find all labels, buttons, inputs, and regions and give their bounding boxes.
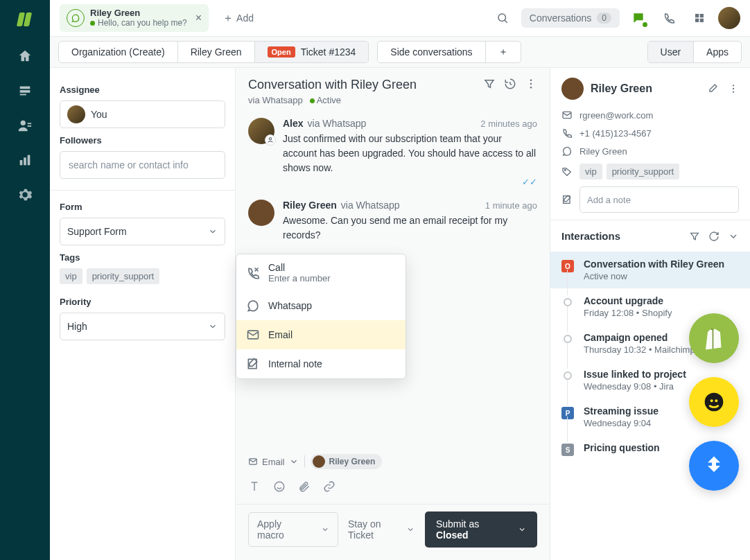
message-time: 2 minutes ago <box>480 119 537 129</box>
chevron-down-icon <box>406 525 415 534</box>
conversation-panel: Conversation with Riley Green via Whatsa… <box>236 68 550 560</box>
svg-point-15 <box>530 83 532 85</box>
chevron-down-icon[interactable] <box>728 231 739 242</box>
svg-point-24 <box>733 91 734 93</box>
shopify-fab[interactable] <box>689 313 739 363</box>
attachment-icon[interactable] <box>298 480 311 493</box>
brand-logo <box>17 12 33 29</box>
tag-item[interactable]: vip <box>579 164 602 180</box>
add-tab-button[interactable]: ＋Add <box>216 7 261 30</box>
agent-badge-icon <box>265 134 276 146</box>
status-dot <box>90 21 95 26</box>
whatsapp-icon <box>67 9 85 27</box>
link-icon[interactable] <box>323 480 335 493</box>
contact-email-row[interactable]: rgreen@work.com <box>561 110 739 121</box>
tab-ticket[interactable]: Open Ticket #1234 <box>255 42 369 62</box>
followers-input[interactable] <box>67 159 218 171</box>
svg-point-14 <box>530 79 532 81</box>
filter-icon[interactable] <box>689 231 700 242</box>
nav-rail <box>0 0 50 560</box>
svg-point-23 <box>733 88 734 89</box>
svg-rect-2 <box>20 94 26 96</box>
tag-item[interactable]: priority_support <box>87 268 160 284</box>
add-side-conv[interactable]: ＋ <box>486 42 521 62</box>
conversation-status: Active <box>317 95 341 105</box>
svg-point-29 <box>710 399 713 402</box>
mailchimp-fab[interactable] <box>689 377 739 427</box>
chevron-down-icon <box>208 227 218 236</box>
svg-rect-8 <box>28 155 30 166</box>
tags-label: Tags <box>60 252 225 263</box>
message-via: via Whatsapp <box>308 118 367 129</box>
message-time: 1 minute ago <box>485 200 537 211</box>
svg-rect-6 <box>20 160 23 165</box>
close-icon[interactable]: × <box>195 12 202 24</box>
add-label: Add <box>236 12 254 24</box>
followers-label: Followers <box>60 135 225 146</box>
form-select[interactable]: Support Form <box>60 218 225 245</box>
tab-side-conversations[interactable]: Side conversations <box>378 42 485 62</box>
channel-internal-note[interactable]: Internal note <box>236 349 405 378</box>
status-pending-icon: P <box>561 407 574 419</box>
priority-select[interactable]: High <box>60 313 225 340</box>
assignee-field[interactable]: You <box>60 100 225 128</box>
settings-icon[interactable] <box>17 187 33 202</box>
phone-icon[interactable] <box>657 6 681 30</box>
svg-rect-5 <box>28 125 31 127</box>
compose-toolbar <box>236 469 550 504</box>
channel-call[interactable]: CallEnter a number <box>236 254 405 291</box>
chevron-down-icon <box>289 457 299 466</box>
followers-field[interactable] <box>60 151 225 179</box>
chat-icon[interactable] <box>627 6 650 30</box>
apps-grid-icon[interactable] <box>688 6 711 30</box>
channel-email[interactable]: Email <box>236 320 405 349</box>
interaction-item[interactable]: O Conversation with Riley GreenActive no… <box>550 252 750 288</box>
ticket-properties: Assignee You Followers Form Support Form… <box>50 68 236 560</box>
user-avatar[interactable] <box>718 7 740 29</box>
ticket-tabs: Organization (Create) Riley Green Open T… <box>50 37 750 67</box>
panel-tab-apps[interactable]: Apps <box>694 42 741 62</box>
svg-rect-7 <box>24 157 26 165</box>
message-text: Just confirmed with our subscription tea… <box>283 132 537 175</box>
add-note-input[interactable]: Add a note <box>579 186 739 213</box>
views-icon[interactable] <box>17 83 33 98</box>
text-format-icon[interactable] <box>248 480 261 493</box>
emoji-icon[interactable] <box>273 480 286 493</box>
more-icon[interactable] <box>728 83 739 94</box>
filter-icon[interactable] <box>483 78 496 90</box>
svg-point-9 <box>498 14 506 21</box>
home-icon[interactable] <box>17 49 33 64</box>
reports-icon[interactable] <box>17 152 33 168</box>
channel-whatsapp[interactable]: Whatsapp <box>236 291 405 320</box>
panel-tab-user[interactable]: User <box>648 42 695 62</box>
phone-icon <box>561 128 573 139</box>
channel-selector[interactable]: Email <box>248 457 299 467</box>
search-icon[interactable] <box>491 6 514 30</box>
conversation-via: via Whatsapp <box>248 95 303 105</box>
email-icon <box>248 457 258 466</box>
contact-phone-row[interactable]: +1 (415)123-4567 <box>561 128 739 139</box>
stay-on-ticket[interactable]: Stay on Ticket <box>348 518 415 541</box>
message-author: Riley Green <box>283 200 337 211</box>
more-icon[interactable] <box>525 78 537 90</box>
jira-fab[interactable] <box>689 441 739 491</box>
submit-button[interactable]: Submit as Closed <box>425 511 537 548</box>
tag-item[interactable]: priority_support <box>607 164 680 180</box>
svg-rect-10 <box>695 14 699 17</box>
refresh-icon[interactable] <box>708 231 720 242</box>
edit-icon[interactable] <box>707 83 718 94</box>
contact-name: Riley Green <box>591 82 652 95</box>
conversations-button[interactable]: Conversations 0 <box>521 8 620 28</box>
active-tab[interactable]: Riley Green Hello, can you help me? × <box>60 4 209 33</box>
tag-item[interactable]: vip <box>60 268 82 284</box>
tab-organization[interactable]: Organization (Create) <box>59 42 178 62</box>
history-icon[interactable] <box>504 78 516 90</box>
customers-icon[interactable] <box>17 118 33 133</box>
macro-select[interactable]: Apply macro <box>248 512 338 547</box>
contact-whatsapp-row[interactable]: Riley Green <box>561 146 739 157</box>
tab-user[interactable]: Riley Green <box>178 42 255 62</box>
recipient-chip[interactable]: Riley Green <box>311 454 383 469</box>
form-label: Form <box>60 202 225 212</box>
svg-point-30 <box>715 399 717 402</box>
svg-point-26 <box>564 169 566 170</box>
